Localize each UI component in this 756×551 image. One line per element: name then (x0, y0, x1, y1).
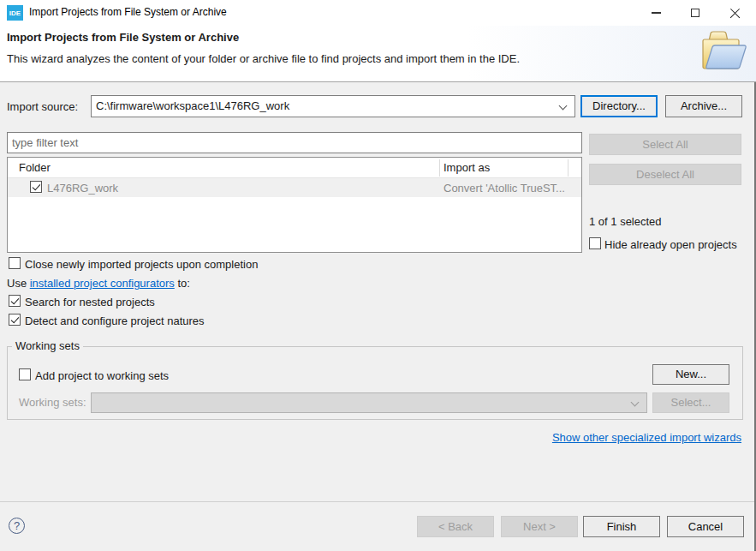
column-header-import-as[interactable]: Import as (443, 161, 490, 174)
cancel-button[interactable]: Cancel (667, 516, 744, 537)
add-to-working-sets-label: Add project to working sets (35, 369, 169, 382)
add-to-working-sets-checkbox[interactable] (19, 368, 31, 380)
wizard-header: Import Projects from File System or Arch… (0, 26, 756, 82)
select-all-button[interactable]: Select All (589, 134, 741, 155)
minimize-icon (652, 12, 661, 14)
search-nested-label: Search for nested projects (25, 296, 155, 308)
project-import-as: Convert 'Atollic TrueST... (443, 182, 565, 195)
table-header: Folder Import as (8, 158, 581, 178)
directory-button[interactable]: Directory... (580, 95, 658, 117)
deselect-all-button[interactable]: Deselect All (589, 164, 741, 185)
help-button[interactable]: ? (9, 518, 25, 534)
select-working-set-button[interactable]: Select... (652, 392, 729, 413)
detect-natures-label: Detect and configure project natures (25, 314, 205, 327)
table-row[interactable]: L476RG_work Convert 'Atollic TrueST... (8, 178, 581, 197)
import-source-label: Import source: (7, 100, 78, 113)
working-sets-label: Working sets: (19, 396, 86, 409)
footer-divider (0, 501, 756, 502)
help-icon: ? (14, 519, 20, 532)
column-header-folder[interactable]: Folder (19, 161, 51, 174)
chevron-down-icon (631, 398, 640, 407)
page-title: Import Projects from File System or Arch… (7, 31, 239, 44)
page-description: This wizard analyzes the content of your… (7, 52, 520, 65)
filter-input[interactable] (7, 132, 582, 153)
configurators-suffix: to: (175, 277, 190, 290)
projects-table: Folder Import as L476RG_work Convert 'At… (7, 157, 582, 253)
hide-open-checkbox[interactable] (589, 237, 601, 249)
project-folder-name: L476RG_work (47, 182, 118, 195)
search-nested-checkbox[interactable] (9, 295, 21, 307)
column-divider[interactable] (568, 159, 568, 177)
open-folder-icon (699, 29, 748, 78)
detect-natures-checkbox[interactable] (9, 314, 21, 326)
import-source-combo[interactable]: C:\firmware\workspace1\L476RG_work (91, 95, 575, 117)
new-working-set-button[interactable]: New... (652, 364, 729, 385)
chevron-down-icon[interactable] (559, 102, 568, 111)
show-other-wizards-link[interactable]: Show other specialized import wizards (552, 431, 741, 444)
configurators-link[interactable]: installed project configurators (30, 277, 175, 290)
close-newly-checkbox[interactable] (9, 257, 21, 269)
maximize-button[interactable] (676, 0, 715, 26)
project-checkbox[interactable] (30, 181, 42, 193)
maximize-icon (691, 9, 699, 17)
close-button[interactable] (715, 0, 754, 26)
window-title: Import Projects from File System or Arch… (29, 6, 227, 18)
finish-button[interactable]: Finish (583, 516, 660, 537)
archive-button[interactable]: Archive... (665, 95, 742, 117)
import-source-value: C:\firmware\workspace1\L476RG_work (96, 99, 289, 112)
working-sets-combo (91, 392, 647, 413)
titlebar: IDE Import Projects from File System or … (0, 0, 756, 26)
configurators-prefix: Use (7, 277, 30, 290)
import-wizard-window: IDE Import Projects from File System or … (0, 0, 756, 551)
hide-open-label: Hide already open projects (604, 238, 737, 251)
app-icon: IDE (7, 5, 23, 21)
minimize-button[interactable] (636, 0, 676, 26)
working-sets-group-title: Working sets (12, 339, 83, 352)
close-newly-label: Close newly imported projects upon compl… (25, 258, 258, 271)
next-button[interactable]: Next > (501, 516, 578, 537)
selection-status: 1 of 1 selected (589, 215, 662, 228)
configurators-line: Use installed project configurators to: (7, 277, 190, 290)
close-icon (729, 8, 741, 19)
back-button[interactable]: < Back (417, 516, 494, 537)
column-divider[interactable] (439, 159, 440, 177)
